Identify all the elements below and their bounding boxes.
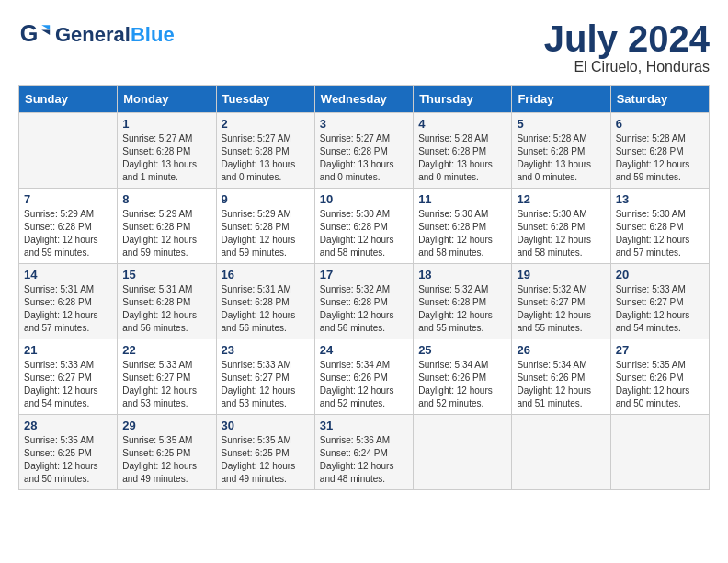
day-number: 20 xyxy=(616,268,704,282)
day-info: Sunrise: 5:34 AM Sunset: 6:26 PM Dayligh… xyxy=(418,359,506,410)
calendar-cell: 4Sunrise: 5:28 AM Sunset: 6:28 PM Daylig… xyxy=(414,113,512,189)
day-info: Sunrise: 5:31 AM Sunset: 6:28 PM Dayligh… xyxy=(24,283,112,335)
day-info: Sunrise: 5:32 AM Sunset: 6:27 PM Dayligh… xyxy=(517,283,605,335)
day-info: Sunrise: 5:27 AM Sunset: 6:28 PM Dayligh… xyxy=(320,132,408,184)
day-info: Sunrise: 5:33 AM Sunset: 6:27 PM Dayligh… xyxy=(616,283,704,335)
calendar-cell xyxy=(610,415,709,490)
day-number: 14 xyxy=(24,268,112,282)
calendar-cell: 19Sunrise: 5:32 AM Sunset: 6:27 PM Dayli… xyxy=(512,264,610,339)
day-number: 7 xyxy=(24,192,112,206)
day-info: Sunrise: 5:35 AM Sunset: 6:25 PM Dayligh… xyxy=(24,434,112,486)
svg-marker-2 xyxy=(41,30,50,35)
calendar-cell: 7Sunrise: 5:29 AM Sunset: 6:28 PM Daylig… xyxy=(19,189,118,264)
calendar-cell: 23Sunrise: 5:33 AM Sunset: 6:27 PM Dayli… xyxy=(216,339,314,415)
day-info: Sunrise: 5:29 AM Sunset: 6:28 PM Dayligh… xyxy=(24,208,112,259)
day-number: 15 xyxy=(122,268,210,282)
day-number: 21 xyxy=(24,343,112,357)
day-info: Sunrise: 5:28 AM Sunset: 6:28 PM Dayligh… xyxy=(616,132,704,184)
calendar-week-4: 21Sunrise: 5:33 AM Sunset: 6:27 PM Dayli… xyxy=(19,339,710,415)
weekday-header-wednesday: Wednesday xyxy=(314,86,413,113)
day-number: 18 xyxy=(418,268,506,282)
day-number: 8 xyxy=(122,192,210,206)
calendar-cell: 29Sunrise: 5:35 AM Sunset: 6:25 PM Dayli… xyxy=(118,415,216,490)
location: El Ciruelo, Honduras xyxy=(544,59,710,75)
day-number: 11 xyxy=(418,192,506,206)
day-number: 2 xyxy=(222,117,310,131)
calendar-cell: 3Sunrise: 5:27 AM Sunset: 6:28 PM Daylig… xyxy=(314,113,413,189)
calendar-cell: 25Sunrise: 5:34 AM Sunset: 6:26 PM Dayli… xyxy=(414,339,512,415)
day-info: Sunrise: 5:30 AM Sunset: 6:28 PM Dayligh… xyxy=(320,208,408,259)
day-number: 31 xyxy=(320,419,408,432)
day-number: 23 xyxy=(222,343,310,357)
day-number: 27 xyxy=(616,343,704,357)
calendar-cell: 15Sunrise: 5:31 AM Sunset: 6:28 PM Dayli… xyxy=(118,264,216,339)
day-number: 12 xyxy=(517,192,605,206)
day-info: Sunrise: 5:36 AM Sunset: 6:24 PM Dayligh… xyxy=(320,434,408,486)
calendar-week-5: 28Sunrise: 5:35 AM Sunset: 6:25 PM Dayli… xyxy=(19,415,710,490)
calendar-cell: 22Sunrise: 5:33 AM Sunset: 6:27 PM Dayli… xyxy=(118,339,216,415)
day-number: 4 xyxy=(418,117,506,131)
calendar-cell: 2Sunrise: 5:27 AM Sunset: 6:28 PM Daylig… xyxy=(216,113,314,189)
day-info: Sunrise: 5:27 AM Sunset: 6:28 PM Dayligh… xyxy=(122,132,210,184)
logo: G GeneralBlue xyxy=(18,18,175,52)
day-info: Sunrise: 5:32 AM Sunset: 6:28 PM Dayligh… xyxy=(320,283,408,335)
day-info: Sunrise: 5:34 AM Sunset: 6:26 PM Dayligh… xyxy=(517,359,605,410)
calendar-cell: 27Sunrise: 5:35 AM Sunset: 6:26 PM Dayli… xyxy=(610,339,709,415)
day-number: 1 xyxy=(122,117,210,131)
day-number: 30 xyxy=(222,419,310,432)
calendar-cell: 24Sunrise: 5:34 AM Sunset: 6:26 PM Dayli… xyxy=(314,339,413,415)
calendar-cell: 30Sunrise: 5:35 AM Sunset: 6:25 PM Dayli… xyxy=(216,415,314,490)
calendar-cell: 26Sunrise: 5:34 AM Sunset: 6:26 PM Dayli… xyxy=(512,339,610,415)
day-info: Sunrise: 5:30 AM Sunset: 6:28 PM Dayligh… xyxy=(616,208,704,259)
day-info: Sunrise: 5:27 AM Sunset: 6:28 PM Dayligh… xyxy=(222,132,310,184)
day-number: 13 xyxy=(616,192,704,206)
calendar-cell: 17Sunrise: 5:32 AM Sunset: 6:28 PM Dayli… xyxy=(314,264,413,339)
day-number: 24 xyxy=(320,343,408,357)
calendar-cell: 16Sunrise: 5:31 AM Sunset: 6:28 PM Dayli… xyxy=(216,264,314,339)
calendar-cell xyxy=(19,113,118,189)
calendar-cell: 11Sunrise: 5:30 AM Sunset: 6:28 PM Dayli… xyxy=(414,189,512,264)
svg-text:G: G xyxy=(20,20,39,46)
day-number: 17 xyxy=(320,268,408,282)
day-info: Sunrise: 5:35 AM Sunset: 6:25 PM Dayligh… xyxy=(122,434,210,486)
month-title: July 2024 xyxy=(544,18,710,59)
day-info: Sunrise: 5:33 AM Sunset: 6:27 PM Dayligh… xyxy=(122,359,210,410)
day-number: 9 xyxy=(222,192,310,206)
day-info: Sunrise: 5:33 AM Sunset: 6:27 PM Dayligh… xyxy=(24,359,112,410)
calendar-cell: 14Sunrise: 5:31 AM Sunset: 6:28 PM Dayli… xyxy=(19,264,118,339)
day-number: 26 xyxy=(517,343,605,357)
day-info: Sunrise: 5:29 AM Sunset: 6:28 PM Dayligh… xyxy=(222,208,310,259)
day-info: Sunrise: 5:31 AM Sunset: 6:28 PM Dayligh… xyxy=(122,283,210,335)
calendar-week-1: 1Sunrise: 5:27 AM Sunset: 6:28 PM Daylig… xyxy=(19,113,710,189)
day-number: 3 xyxy=(320,117,408,131)
weekday-header-tuesday: Tuesday xyxy=(216,86,314,113)
calendar-cell xyxy=(512,415,610,490)
title-area: July 2024 El Ciruelo, Honduras xyxy=(544,18,710,75)
calendar-cell: 13Sunrise: 5:30 AM Sunset: 6:28 PM Dayli… xyxy=(610,189,709,264)
weekday-header-monday: Monday xyxy=(118,86,216,113)
calendar-cell: 8Sunrise: 5:29 AM Sunset: 6:28 PM Daylig… xyxy=(118,189,216,264)
calendar-table: SundayMondayTuesdayWednesdayThursdayFrid… xyxy=(18,85,710,490)
day-number: 29 xyxy=(122,419,210,432)
svg-marker-1 xyxy=(41,25,50,29)
day-info: Sunrise: 5:30 AM Sunset: 6:28 PM Dayligh… xyxy=(418,208,506,259)
day-info: Sunrise: 5:28 AM Sunset: 6:28 PM Dayligh… xyxy=(418,132,506,184)
page-header: G GeneralBlue July 2024 El Ciruelo, Hond… xyxy=(18,18,710,75)
day-number: 22 xyxy=(122,343,210,357)
weekday-header-friday: Friday xyxy=(512,86,610,113)
logo-general: General xyxy=(55,23,131,46)
day-info: Sunrise: 5:35 AM Sunset: 6:26 PM Dayligh… xyxy=(616,359,704,410)
weekday-header-saturday: Saturday xyxy=(610,86,709,113)
day-number: 25 xyxy=(418,343,506,357)
day-info: Sunrise: 5:34 AM Sunset: 6:26 PM Dayligh… xyxy=(320,359,408,410)
calendar-week-3: 14Sunrise: 5:31 AM Sunset: 6:28 PM Dayli… xyxy=(19,264,710,339)
day-number: 16 xyxy=(222,268,310,282)
calendar-cell: 9Sunrise: 5:29 AM Sunset: 6:28 PM Daylig… xyxy=(216,189,314,264)
calendar-cell: 21Sunrise: 5:33 AM Sunset: 6:27 PM Dayli… xyxy=(19,339,118,415)
calendar-cell: 31Sunrise: 5:36 AM Sunset: 6:24 PM Dayli… xyxy=(314,415,413,490)
calendar-cell: 20Sunrise: 5:33 AM Sunset: 6:27 PM Dayli… xyxy=(610,264,709,339)
calendar-cell: 12Sunrise: 5:30 AM Sunset: 6:28 PM Dayli… xyxy=(512,189,610,264)
day-info: Sunrise: 5:32 AM Sunset: 6:28 PM Dayligh… xyxy=(418,283,506,335)
weekday-header-row: SundayMondayTuesdayWednesdayThursdayFrid… xyxy=(19,86,710,113)
calendar-cell xyxy=(414,415,512,490)
